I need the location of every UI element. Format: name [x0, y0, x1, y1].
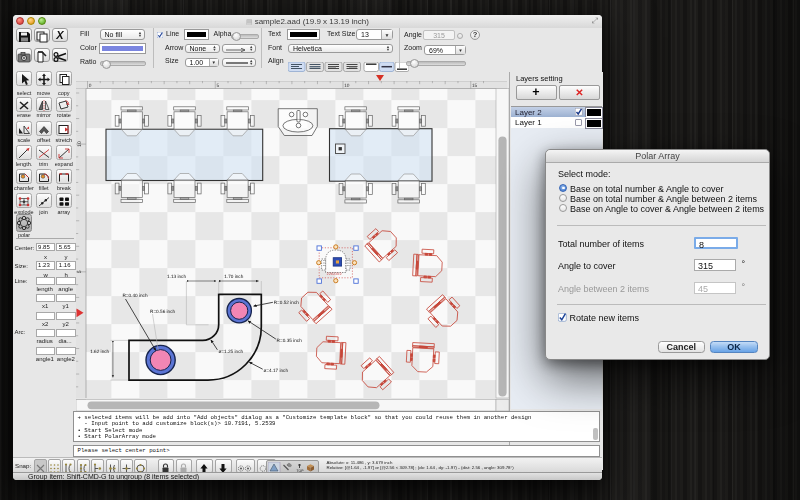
- svg-text:R=0.56 inch: R=0.56 inch: [150, 308, 176, 313]
- svg-text:15: 15: [472, 82, 478, 88]
- svg-text:ø=4.17 inch: ø=4.17 inch: [263, 368, 288, 373]
- svg-text:R=0.35 inch: R=0.35 inch: [277, 338, 303, 343]
- svg-text:5: 5: [78, 270, 84, 273]
- svg-text:2282202: 2282202: [327, 272, 342, 277]
- svg-text:1.13 inch: 1.13 inch: [167, 273, 186, 278]
- svg-text:0: 0: [89, 82, 92, 88]
- svg-text:1.70 inch: 1.70 inch: [224, 273, 243, 278]
- svg-text:10: 10: [344, 82, 350, 88]
- svg-text:1.62 inch: 1.62 inch: [90, 349, 109, 354]
- svg-text:5: 5: [216, 82, 219, 88]
- svg-text:ø=1.25 inch: ø=1.25 inch: [219, 349, 244, 354]
- svg-text:R=0.52 inch: R=0.52 inch: [274, 299, 300, 304]
- svg-text:10: 10: [78, 141, 84, 147]
- svg-text:R=0.40 inch: R=0.40 inch: [122, 292, 148, 297]
